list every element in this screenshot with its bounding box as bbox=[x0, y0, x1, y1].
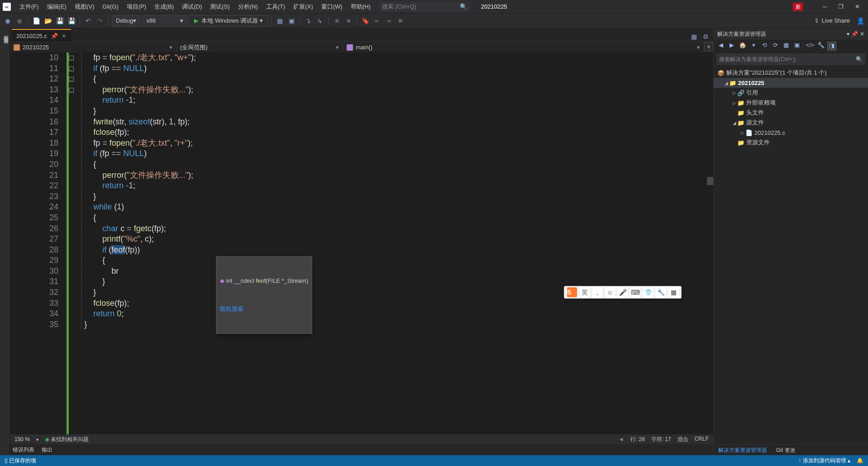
references-node[interactable]: ▷🔗引用 bbox=[714, 88, 868, 98]
solution-search[interactable]: 搜索解决方案资源管理器(Ctrl+;) 🔍 bbox=[716, 53, 865, 65]
external-deps-node[interactable]: ▷📁外部依赖项 bbox=[714, 98, 868, 108]
new-file-button[interactable]: 📄 bbox=[31, 16, 41, 26]
ime-voice-icon[interactable]: 🎤 bbox=[618, 287, 628, 297]
ime-skin-icon[interactable]: 👕 bbox=[643, 287, 653, 297]
menu-项目(P)[interactable]: 项目(P) bbox=[123, 1, 150, 13]
function-scope[interactable]: main()▾ bbox=[343, 42, 704, 52]
sogou-icon[interactable]: S bbox=[567, 287, 577, 297]
tb-icon-1[interactable]: ▦ bbox=[275, 16, 285, 26]
solution-node[interactable]: 📦解决方案"20210225"(1 个项目/共 1 个) bbox=[714, 68, 868, 78]
prev-bookmark-icon[interactable]: ↞ bbox=[372, 16, 382, 26]
notifications-icon[interactable]: 🔔 bbox=[857, 457, 863, 464]
output-tab[interactable]: 输出 bbox=[42, 446, 52, 454]
home-icon[interactable]: 🏠 bbox=[738, 42, 747, 51]
close-panel-icon[interactable]: ✕ bbox=[860, 31, 864, 37]
open-file-button[interactable]: 📂 bbox=[43, 16, 53, 26]
menu-窗口(W)[interactable]: 窗口(W) bbox=[317, 1, 347, 13]
ime-keyboard-icon[interactable]: ⌨ bbox=[630, 287, 640, 297]
refresh-icon[interactable]: ⟳ bbox=[771, 42, 780, 51]
whats-new-badge[interactable]: 新 bbox=[793, 3, 803, 11]
resources-node[interactable]: 📁资源文件 bbox=[714, 138, 868, 147]
app-title: 20210225 bbox=[481, 3, 507, 10]
search-icon: 🔍 bbox=[856, 56, 863, 62]
wrench-icon[interactable]: 🔧 bbox=[816, 42, 825, 51]
indent-icon[interactable]: ≡ bbox=[343, 16, 353, 26]
live-share-button[interactable]: ⇪ Live Share bbox=[811, 17, 854, 24]
maximize-button[interactable]: ❐ bbox=[833, 1, 849, 13]
config-dropdown[interactable]: Debug▾ bbox=[112, 15, 140, 26]
bookmark-icon[interactable]: 🔖 bbox=[360, 16, 370, 26]
file-tab[interactable]: 20210225.c 📌 ✕ bbox=[12, 29, 71, 42]
ime-emoji-icon[interactable]: ☺ bbox=[605, 287, 615, 297]
scroll-thumb[interactable] bbox=[707, 177, 713, 185]
headers-node[interactable]: 📁头文件 bbox=[714, 108, 868, 118]
sources-node[interactable]: ◢📁源文件 bbox=[714, 118, 868, 128]
error-list-tab[interactable]: 错误列表 bbox=[13, 446, 34, 454]
menu-调试(D)[interactable]: 调试(D) bbox=[178, 1, 206, 13]
ime-punct-icon[interactable]: ， bbox=[592, 287, 602, 297]
file-scope[interactable]: (全局范围)▾ bbox=[176, 42, 343, 52]
saved-indicator: ▯ 已保存的项 bbox=[5, 457, 36, 465]
git-changes-tab[interactable]: Git 更改 bbox=[772, 445, 800, 455]
undo-button[interactable]: ↶ bbox=[83, 16, 93, 26]
menu-测试(S)[interactable]: 测试(S) bbox=[206, 1, 234, 13]
step-over-icon[interactable]: ↴ bbox=[303, 16, 313, 26]
close-window-button[interactable]: ✕ bbox=[849, 1, 865, 13]
project-node[interactable]: ◢📁20210225 bbox=[714, 78, 868, 88]
menu-扩展(X)[interactable]: 扩展(X) bbox=[289, 1, 317, 13]
tb-icon-2[interactable]: ▣ bbox=[286, 16, 296, 26]
platform-dropdown[interactable]: x86▾ bbox=[142, 15, 187, 26]
menu-生成(B)[interactable]: 生成(B) bbox=[150, 1, 178, 13]
preview-select-icon[interactable]: ◨ bbox=[827, 42, 836, 51]
redo-button[interactable]: ↷ bbox=[95, 16, 105, 26]
menu-视图(V)[interactable]: 视图(V) bbox=[71, 1, 98, 13]
run-button[interactable]: ▶本地 Windows 调试器▾ bbox=[189, 15, 268, 26]
back-icon[interactable]: ◀ bbox=[716, 42, 725, 51]
scrollbar[interactable] bbox=[707, 52, 713, 434]
collapse-all-icon[interactable]: ▦ bbox=[782, 42, 791, 51]
pin-icon[interactable]: 📌 bbox=[51, 33, 58, 39]
save-all-button[interactable]: 💾 bbox=[67, 16, 76, 26]
properties-icon[interactable]: </> bbox=[806, 42, 815, 51]
source-file-node[interactable]: ▷📄20210225.c bbox=[714, 128, 868, 138]
ime-tool-icon[interactable]: 🔧 bbox=[656, 287, 666, 297]
ime-grid-icon[interactable]: ▦ bbox=[668, 287, 678, 297]
sync-icon[interactable]: ⟲ bbox=[760, 42, 769, 51]
outdent-icon[interactable]: ≡ bbox=[332, 16, 342, 26]
show-all-icon[interactable]: ▣ bbox=[792, 42, 801, 51]
project-scope[interactable]: 20210225▾ bbox=[10, 42, 176, 52]
menu-文件(F)[interactable]: 文件(F) bbox=[15, 1, 43, 13]
fwd-icon[interactable]: ▶ bbox=[727, 42, 736, 51]
menu-编辑(E)[interactable]: 编辑(E) bbox=[43, 1, 71, 13]
dropdown-icon[interactable]: ▾ bbox=[847, 31, 849, 37]
tab-close-icon[interactable]: ✕ bbox=[62, 33, 67, 39]
ime-lang[interactable]: 英 bbox=[580, 287, 590, 297]
code-editor[interactable]: 1011121314151617181920212223242526272829… bbox=[10, 52, 713, 434]
split-editor-icon[interactable]: + bbox=[704, 42, 713, 51]
solution-tree[interactable]: 📦解决方案"20210225"(1 个项目/共 1 个) ◢📁20210225 … bbox=[714, 66, 868, 444]
step-into-icon[interactable]: ↳ bbox=[315, 16, 325, 26]
menu-工具(T)[interactable]: 工具(T) bbox=[262, 1, 290, 13]
minimize-button[interactable]: ─ bbox=[816, 1, 833, 13]
online-search-link[interactable]: 联机搜索 bbox=[220, 304, 308, 314]
menu-Git(G)[interactable]: Git(G) bbox=[98, 1, 122, 13]
global-search[interactable]: 搜索 (Ctrl+Q) 🔍 bbox=[379, 2, 470, 12]
menu-分析(N)[interactable]: 分析(N) bbox=[234, 1, 262, 13]
account-icon[interactable]: 👤 bbox=[855, 16, 865, 26]
next-bookmark-icon[interactable]: ↠ bbox=[384, 16, 394, 26]
tab-settings-icon[interactable]: ⚙ bbox=[701, 32, 711, 42]
add-source-control[interactable]: ↑ 添加到源代码管理 ▴ bbox=[798, 457, 850, 465]
save-button[interactable]: 💾 bbox=[55, 16, 65, 26]
nav-fwd-button[interactable]: ◉ bbox=[14, 16, 24, 26]
zoom-level[interactable]: 150 % bbox=[14, 436, 30, 442]
ime-toolbar[interactable]: S 英 ， ☺ 🎤 ⌨ 👕 🔧 ▦ bbox=[564, 286, 682, 299]
menu-帮助(H)[interactable]: 帮助(H) bbox=[347, 1, 375, 13]
clear-bookmark-icon[interactable]: ✖ bbox=[396, 16, 405, 26]
solution-explorer-tab[interactable]: 解决方案资源管理器 bbox=[714, 445, 772, 455]
switch-views-icon[interactable]: ▾ bbox=[749, 42, 758, 51]
pin-panel-icon[interactable]: 📌 bbox=[851, 31, 858, 37]
nav-back-button[interactable]: ◉ bbox=[3, 16, 13, 26]
server-explorer-tab[interactable]: 服务器资源管理器 bbox=[0, 28, 10, 455]
issues-status[interactable]: ◉ 未找到相关问题 bbox=[45, 436, 89, 443]
preview-icon[interactable]: ▦ bbox=[689, 32, 699, 42]
